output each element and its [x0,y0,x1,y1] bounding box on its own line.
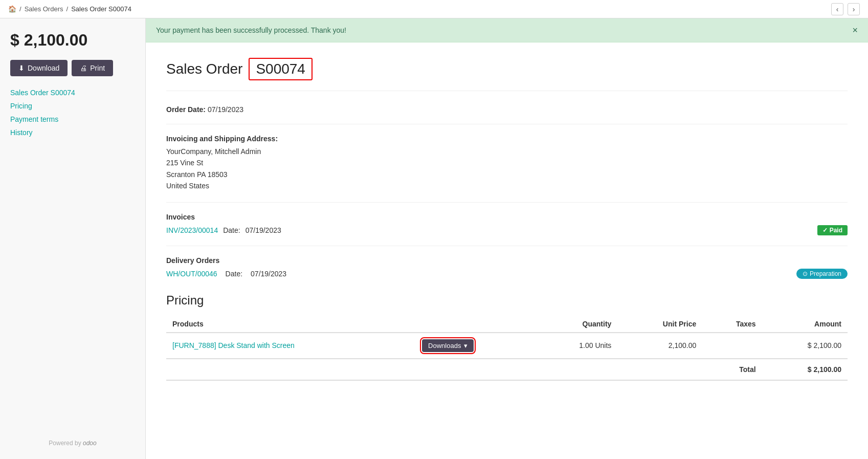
product-name-cell: [FURN_7888] Desk Stand with Screen [166,333,416,359]
product-link[interactable]: [FURN_7888] Desk Stand with Screen [172,341,295,349]
total-label: Total [702,359,762,380]
pricing-section: Pricing Products Quantity Unit Price Tax… [166,293,848,381]
invoices-section: Invoices INV/2023/00014 Date: 07/19/2023… [166,213,848,235]
total-empty-3 [535,359,618,380]
order-date-label: Order Date: [166,105,206,114]
order-id-box: S00074 [249,58,313,80]
success-banner: Your payment has been successfully proce… [146,18,868,42]
breadcrumb-sales-orders[interactable]: Sales Orders [25,5,63,13]
total-empty-2 [416,359,535,380]
preparation-label: Preparation [810,270,841,277]
success-message: Your payment has been successfully proce… [156,26,346,34]
downloads-cell: Downloads ▾ [416,333,535,359]
sidebar-item-history[interactable]: History [10,128,135,137]
order-date: 07/19/2023 [208,105,243,114]
delivery-left: WH/OUT/00046 Date: 07/19/2023 [166,270,286,278]
col-products: Products [166,316,416,333]
table-row: [FURN_7888] Desk Stand with Screen Downl… [166,333,848,359]
total-amount: $ 2,100.00 [762,359,848,380]
doc-title: Sales Order [166,61,242,77]
divider-3 [166,246,848,246]
download-icon: ⬇ [18,64,25,72]
order-date-row: Order Date: 07/19/2023 [166,105,848,114]
breadcrumb-current: Sales Order S00074 [71,5,131,13]
invoices-label: Invoices [166,213,848,221]
col-quantity: Quantity [535,316,618,333]
col-amount: Amount [762,316,848,333]
delivery-link[interactable]: WH/OUT/00046 [166,270,217,278]
address-line-4: United States [166,180,848,191]
sidebar-item-payment-terms[interactable]: Payment terms [10,115,135,123]
print-icon: 🖨 [80,64,87,72]
downloads-label: Downloads [428,342,461,349]
paid-badge: ✓ Paid [817,225,848,235]
breadcrumb-sep-2: / [66,5,69,13]
paid-label: Paid [830,227,842,234]
table-header-row: Products Quantity Unit Price Taxes Amoun… [166,316,848,333]
main-layout: $ 2,100.00 ⬇ Download 🖨 Print Sales Orde… [0,18,868,459]
pricing-title: Pricing [166,293,848,308]
taxes-cell [702,333,762,359]
preparation-badge: ⊙ Preparation [796,269,848,279]
print-button[interactable]: 🖨 Print [72,60,113,76]
invoice-date: 07/19/2023 [246,226,281,234]
address-line-1: YourCompany, Mitchell Admin [166,146,848,157]
sidebar: $ 2,100.00 ⬇ Download 🖨 Print Sales Orde… [0,18,146,459]
downloads-chevron-icon: ▾ [464,342,468,349]
total-row: Total $ 2,100.00 [166,359,848,380]
divider-1 [166,124,848,124]
download-label: Download [28,64,59,72]
delivery-date: 07/19/2023 [251,270,286,278]
downloads-button[interactable]: Downloads ▾ [422,339,474,352]
invoice-row: INV/2023/00014 Date: 07/19/2023 ✓ Paid [166,225,848,235]
prev-button[interactable]: ‹ [831,3,843,15]
preparation-icon: ⊙ [803,270,808,277]
delivery-row: WH/OUT/00046 Date: 07/19/2023 ⊙ Preparat… [166,269,848,279]
sidebar-buttons: ⬇ Download 🖨 Print [10,60,135,76]
home-icon: 🏠 [8,5,16,13]
unit-price-cell: 2,100.00 [617,333,702,359]
pricing-table: Products Quantity Unit Price Taxes Amoun… [166,316,848,381]
sidebar-item-sales-order[interactable]: Sales Order S00074 [10,89,135,97]
amount-cell: $ 2,100.00 [762,333,848,359]
invoice-link[interactable]: INV/2023/00014 [166,226,218,234]
col-unit-price: Unit Price [617,316,702,333]
delivery-label: Delivery Orders [166,256,848,265]
delivery-date-label: Date: [226,270,242,278]
sidebar-powered: Powered by odoo [10,429,135,447]
address-line-3: Scranton PA 18503 [166,169,848,180]
print-label: Print [90,64,105,72]
nav-arrows: ‹ › [831,3,860,15]
sidebar-item-pricing[interactable]: Pricing [10,102,135,110]
address-label: Invoicing and Shipping Address: [166,135,848,143]
download-button[interactable]: ⬇ Download [10,60,68,76]
col-taxes: Taxes [702,316,762,333]
breadcrumb: 🏠 / Sales Orders / Sales Order S00074 [8,5,131,13]
banner-close-button[interactable]: × [852,26,858,35]
content-area: Your payment has been successfully proce… [146,18,868,459]
sales-order-header: Sales Order S00074 [166,58,848,91]
address-block: Invoicing and Shipping Address: YourComp… [166,135,848,192]
quantity-cell: 1.00 Units [535,333,618,359]
sidebar-nav: Sales Order S00074 Pricing Payment terms… [10,89,135,137]
address-line-2: 215 Vine St [166,157,848,168]
invoice-date-label: Date: [223,226,240,234]
odoo-logo: odoo [83,440,97,447]
col-downloads [416,316,535,333]
total-empty-4 [617,359,702,380]
paid-icon: ✓ [822,227,828,234]
doc-content: Sales Order S00074 Order Date: 07/19/202… [146,42,868,396]
total-empty-1 [166,359,416,380]
divider-2 [166,202,848,203]
powered-by-text: Powered by [49,440,81,447]
delivery-section: Delivery Orders WH/OUT/00046 Date: 07/19… [166,256,848,279]
breadcrumb-sep-1: / [19,5,21,13]
invoice-left: INV/2023/00014 Date: 07/19/2023 [166,226,281,234]
top-nav: 🏠 / Sales Orders / Sales Order S00074 ‹ … [0,0,868,18]
next-button[interactable]: › [848,3,860,15]
sidebar-amount: $ 2,100.00 [10,31,135,50]
